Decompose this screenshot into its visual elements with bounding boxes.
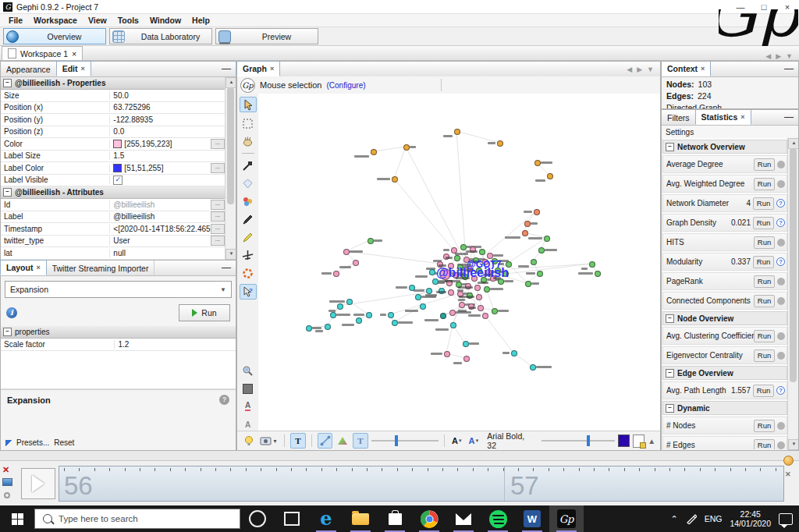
ellipsis-button[interactable]: ... (211, 211, 225, 222)
tab-close-icon[interactable]: × (36, 264, 40, 271)
edge-color-mode-button[interactable] (336, 434, 350, 448)
menu-workspace[interactable]: Workspace (28, 16, 83, 25)
graph-node[interactable] (484, 286, 490, 293)
graph-node[interactable] (531, 259, 537, 265)
lightbulb-icon[interactable] (242, 434, 256, 448)
checkbox-checked[interactable]: ✓ (113, 176, 123, 185)
word-button[interactable]: W (515, 505, 549, 532)
layout-info-icon[interactable]: i (6, 307, 17, 318)
presets-link[interactable]: Presets... (16, 438, 49, 447)
property-value[interactable]: [51,51,255] (110, 164, 211, 172)
heatmap-tool[interactable] (240, 176, 256, 190)
settings-button[interactable]: Settings (662, 126, 798, 139)
timeline-close-icon[interactable]: ✕ (2, 465, 9, 475)
tab-edit[interactable]: Edit× (56, 61, 91, 76)
graph-node[interactable] (474, 285, 481, 291)
property-value[interactable]: 63.725296 (110, 103, 225, 112)
notification-icon[interactable] (783, 456, 794, 466)
property-value[interactable]: @billieeilish (110, 212, 211, 221)
run-button[interactable]: Run (754, 178, 775, 190)
perspective-data-laboratory[interactable]: Data Laboratory (109, 28, 212, 44)
graph-node[interactable] (392, 320, 398, 326)
tab-layout[interactable]: Layout× (0, 260, 47, 275)
tab-nav-arrows[interactable]: ◀▶▼ (627, 62, 660, 76)
mail-button[interactable] (446, 505, 481, 532)
property-value[interactable]: 1.5 (110, 151, 225, 160)
graph-node[interactable] (366, 312, 372, 318)
property-value[interactable]: 1.2 (115, 340, 236, 349)
graph-node[interactable] (538, 247, 545, 254)
run-button[interactable]: Run (753, 385, 774, 397)
workspace-tab[interactable]: Workspace 1 × (2, 46, 83, 60)
menu-window[interactable]: Window (144, 16, 186, 25)
tray-expand-icon[interactable]: ⌃ (670, 514, 677, 524)
collapse-icon[interactable]: − (3, 328, 12, 336)
show-edges-button[interactable] (318, 433, 333, 449)
drag-tool[interactable] (240, 134, 256, 148)
graph-node[interactable] (589, 261, 595, 268)
property-value[interactable]: <[2020-01-14T18:56:22.465... (110, 225, 211, 233)
layout-run-button[interactable]: Run (179, 304, 230, 321)
timeline-band[interactable]: 56 57 (59, 466, 784, 502)
scroll-up-icon[interactable]: ▲ (225, 77, 236, 88)
graph-node[interactable] (368, 238, 374, 244)
graph-node[interactable] (450, 322, 456, 328)
collapse-toolbar-icon[interactable]: ▲ (648, 437, 655, 445)
minimize-panel-icon[interactable]: — (784, 112, 794, 122)
section-header[interactable]: −Network Overview (662, 140, 787, 154)
background-color-tool[interactable] (240, 381, 256, 395)
direct-selection-tool[interactable] (240, 97, 257, 112)
layout-properties-header[interactable]: − properties (1, 326, 236, 339)
ellipsis-button[interactable]: ... (211, 200, 225, 210)
configure-link[interactable]: (Configure) (327, 81, 366, 90)
menu-tools[interactable]: Tools (112, 16, 144, 25)
label-size-slider[interactable] (542, 435, 615, 446)
graph-node[interactable] (595, 271, 601, 277)
perspective-preview[interactable]: Preview (215, 28, 318, 44)
collapse-icon[interactable]: − (666, 404, 674, 413)
run-button[interactable]: Run (754, 158, 775, 171)
reset-link[interactable]: Reset (54, 438, 74, 447)
graph-node[interactable] (547, 173, 553, 179)
menu-file[interactable]: File (3, 16, 28, 25)
close-button[interactable]: × (776, 0, 799, 14)
run-button[interactable]: Run (753, 197, 774, 210)
property-value[interactable]: [255,195,223] (110, 140, 211, 148)
edge-weight-slider[interactable] (371, 435, 439, 446)
rectangle-selection-tool[interactable] (240, 116, 256, 130)
graph-node[interactable] (459, 302, 465, 308)
layout-algorithm-select[interactable]: Expansion ▼ (5, 281, 232, 298)
ellipsis-button[interactable]: ... (211, 236, 225, 246)
graph-node[interactable] (444, 351, 450, 357)
tab-context[interactable]: Context× (661, 61, 711, 76)
property-value[interactable]: 50.0 (110, 91, 225, 100)
taskbar-clock[interactable]: 22:45 14/01/2020 (730, 509, 771, 528)
minimize-panel-icon[interactable]: — (222, 262, 231, 273)
show-edge-labels-button[interactable]: T (353, 433, 368, 449)
edge-pencil-tool[interactable] (240, 230, 256, 244)
property-value[interactable]: -122.88935 (110, 115, 225, 124)
start-button[interactable] (0, 505, 34, 532)
pen-icon[interactable] (686, 513, 697, 524)
menu-help[interactable]: Help (186, 16, 215, 25)
graph-node[interactable] (371, 149, 377, 155)
section-header[interactable]: −Node Overview (662, 311, 787, 325)
graph-node[interactable] (524, 221, 531, 227)
info-icon[interactable]: ? (776, 218, 785, 227)
section-header[interactable]: −Edge Overview (662, 366, 787, 380)
run-button[interactable]: Run (754, 330, 775, 342)
run-button[interactable]: Run (754, 275, 775, 288)
painter-tool[interactable] (240, 158, 256, 172)
tab-close-icon[interactable]: × (80, 65, 84, 73)
node-label-font-button[interactable]: A▼ (450, 434, 464, 448)
graph-node[interactable] (463, 356, 470, 362)
graph-node[interactable] (534, 160, 541, 166)
chrome-button[interactable] (412, 505, 446, 532)
help-icon[interactable]: ? (219, 395, 229, 405)
store-button[interactable] (378, 505, 412, 532)
graph-node[interactable] (356, 317, 362, 324)
info-icon[interactable]: ? (776, 257, 785, 266)
maximize-button[interactable]: □ (752, 0, 776, 14)
property-value[interactable]: ✓ (110, 176, 225, 185)
center-graph-tool[interactable] (240, 364, 256, 378)
